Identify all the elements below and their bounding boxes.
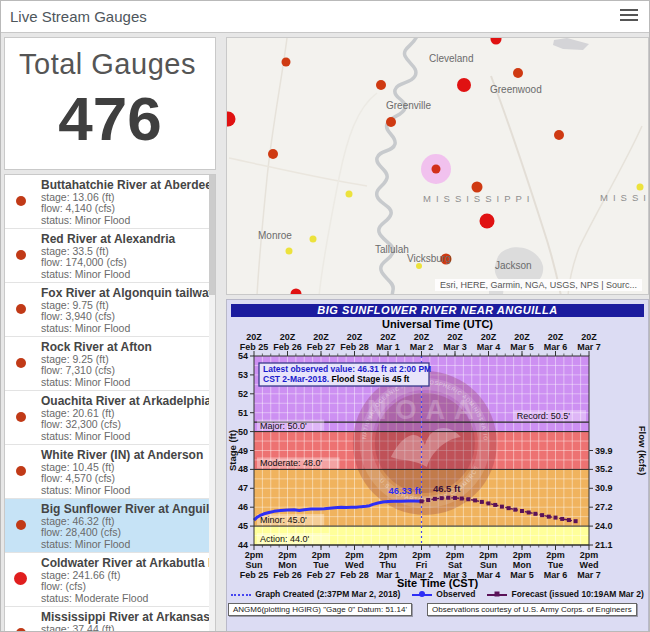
total-gauges-card: Total Gauges 476 xyxy=(4,37,216,170)
gauge-list-item[interactable]: Fox River at Algonquin tailwater stage: … xyxy=(5,283,215,337)
menu-icon[interactable] xyxy=(620,9,638,23)
gauge-marker-minor[interactable] xyxy=(282,58,291,67)
gauge-marker-minor[interactable] xyxy=(268,149,278,159)
gauge-marker-minor[interactable] xyxy=(554,130,564,140)
gauge-list-item[interactable]: Coldwater River at Arkabutla Dam stage: … xyxy=(5,553,215,607)
gauge-list: Buttahatchie River at Aberdeen stage: 13… xyxy=(4,174,216,632)
svg-text:20Z: 20Z xyxy=(380,332,396,342)
status-dot-icon xyxy=(16,250,26,260)
gauge-list-item[interactable]: Rock River at Afton stage: 9.25 (ft) flo… xyxy=(5,337,215,391)
status-dot-icon xyxy=(16,358,26,368)
gauge-marker-minor[interactable] xyxy=(513,68,523,78)
gage-datum-note: ANGM6(plotting HGIRG) "Gage 0" Datum: 51… xyxy=(228,603,412,616)
gauge-status: status: Minor Flood xyxy=(41,215,207,227)
map-city-label: Tallulah xyxy=(375,244,409,255)
gauge-marker-moderate[interactable] xyxy=(480,214,495,229)
svg-text:47: 47 xyxy=(238,483,248,493)
svg-text:53: 53 xyxy=(238,370,248,380)
gauge-list-item[interactable]: Buttahatchie River at Aberdeen stage: 13… xyxy=(5,175,215,229)
observed-line-icon xyxy=(412,591,432,598)
svg-text:20Z: 20Z xyxy=(313,332,329,342)
svg-text:Mar 4: Mar 4 xyxy=(477,342,501,352)
svg-text:Sun: Sun xyxy=(246,560,263,570)
chart-legend: Graph Created (2:37PM Mar 2, 2018) Obser… xyxy=(227,589,648,599)
header: Live Stream Gauges xyxy=(1,1,650,33)
status-dot-icon xyxy=(14,572,27,585)
gauge-marker-moderate[interactable] xyxy=(457,78,471,92)
gauge-status: status: Minor Flood xyxy=(41,269,207,281)
svg-text:Mar 6: Mar 6 xyxy=(544,342,568,352)
gauge-name: Ouachita River at Arkadelphia xyxy=(41,395,207,408)
status-dot-icon xyxy=(16,520,26,530)
svg-text:50: 50 xyxy=(238,427,248,437)
svg-text:Wed: Wed xyxy=(345,560,364,570)
app-window: Live Stream Gauges Total Gauges 476 Butt… xyxy=(0,0,650,632)
svg-text:Latest observed value: 46.31 f: Latest observed value: 46.31 ft at 2:00 … xyxy=(263,364,431,374)
svg-text:Mon: Mon xyxy=(278,560,297,570)
map-city-label: Cleveland xyxy=(429,53,473,64)
gauge-status: status: Minor Flood xyxy=(41,539,207,551)
gauge-name: Mississippi River at Arkansas City xyxy=(41,611,207,624)
list-scrollbar xyxy=(209,175,215,632)
svg-text:20Z: 20Z xyxy=(447,332,463,342)
svg-text:Tue: Tue xyxy=(313,560,328,570)
page-title: Live Stream Gauges xyxy=(10,8,147,25)
svg-text:46.5 ft: 46.5 ft xyxy=(433,483,461,494)
svg-text:Major: 50.0': Major: 50.0' xyxy=(260,421,307,431)
gauge-marker-action[interactable] xyxy=(637,184,644,191)
svg-text:2pm: 2pm xyxy=(513,550,532,560)
gauge-list-item[interactable]: Ouachita River at Arkadelphia stage: 20.… xyxy=(5,391,215,445)
map-panel[interactable]: ClevelandGreenvilleGreenwoodMISSISSIPPIM… xyxy=(226,37,649,295)
svg-text:2pm: 2pm xyxy=(245,550,264,560)
total-gauges-count: 476 xyxy=(5,83,215,154)
svg-text:2pm: 2pm xyxy=(278,550,297,560)
gauge-marker-minor[interactable] xyxy=(472,182,483,193)
gauge-status: status: Moderate Flood xyxy=(41,593,207,605)
gauge-marker-minor[interactable] xyxy=(386,117,396,127)
dotted-line-icon xyxy=(231,591,251,598)
gauge-list-item[interactable]: Mississippi River at Arkansas City stage… xyxy=(5,607,215,632)
svg-text:Minor: 45.0': Minor: 45.0' xyxy=(260,515,307,525)
gauge-name: Rock River at Afton xyxy=(41,341,207,354)
status-dot-icon xyxy=(16,628,26,632)
svg-text:2pm: 2pm xyxy=(546,550,565,560)
svg-text:2pm: 2pm xyxy=(312,550,331,560)
svg-text:20Z: 20Z xyxy=(280,332,296,342)
svg-text:Action: 44.0': Action: 44.0' xyxy=(260,534,310,544)
gauge-marker-action[interactable] xyxy=(286,248,293,255)
svg-text:2pm: 2pm xyxy=(412,550,431,560)
gauge-name: Big Sunflower River at Anguilla xyxy=(41,503,207,516)
svg-text:52: 52 xyxy=(238,389,248,399)
gauge-list-item[interactable]: Red River at Alexandria stage: 33.5 (ft)… xyxy=(5,229,215,283)
svg-text:Wed: Wed xyxy=(580,560,599,570)
svg-text:Record: 50.5': Record: 50.5' xyxy=(517,411,571,421)
list-scrollbar-thumb[interactable] xyxy=(209,175,215,295)
svg-text:20Z: 20Z xyxy=(581,332,597,342)
svg-text:2pm: 2pm xyxy=(379,550,398,560)
svg-text:Flow (kcfs): Flow (kcfs) xyxy=(637,426,648,476)
gauge-marker-action[interactable] xyxy=(310,236,317,243)
selected-gauge-marker[interactable] xyxy=(421,154,451,184)
svg-text:Mar 7: Mar 7 xyxy=(577,342,601,352)
svg-text:20Z: 20Z xyxy=(414,332,430,342)
svg-text:Stage (ft): Stage (ft) xyxy=(227,430,238,471)
svg-text:39.9: 39.9 xyxy=(595,446,613,456)
svg-text:Feb 25: Feb 25 xyxy=(240,342,269,352)
map-city-label: Jackson xyxy=(495,260,532,271)
legend-forecast: Forecast (issued 10:19AM Mar 2) xyxy=(487,589,643,599)
svg-text:20Z: 20Z xyxy=(246,332,262,342)
svg-text:54: 54 xyxy=(238,351,248,361)
gauge-marker-minor[interactable] xyxy=(376,80,386,90)
gauge-marker-action[interactable] xyxy=(346,191,353,198)
legend-label: Graph Created (2:37PM Mar 2, 2018) xyxy=(255,589,400,599)
gauge-list-item-selected[interactable]: Big Sunflower River at Anguilla stage: 4… xyxy=(5,499,215,553)
gauge-list-item[interactable]: White River (IN) at Anderson stage: 10.4… xyxy=(5,445,215,499)
cst-axis-title: Site Time (CST) xyxy=(227,577,648,589)
map-city-label: Monroe xyxy=(258,230,292,241)
svg-text:20Z: 20Z xyxy=(347,332,363,342)
svg-text:U.S. DEPARTMENT OF COMMERCE: U.S. DEPARTMENT OF COMMERCE xyxy=(379,464,480,503)
svg-text:20Z: 20Z xyxy=(481,332,497,342)
svg-text:Sat: Sat xyxy=(448,560,462,570)
gauge-marker-moderate[interactable] xyxy=(291,289,302,296)
svg-text:Tue: Tue xyxy=(548,560,563,570)
